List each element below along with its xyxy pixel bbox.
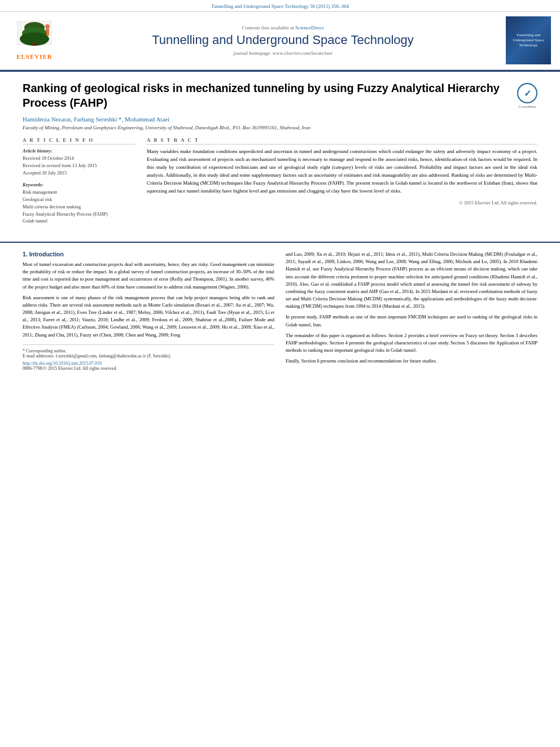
keywords-section: Keywords: Risk management Geological ris… — [23, 182, 135, 225]
article-header-area: ✓ CrossMark Ranking of geological risks … — [0, 72, 560, 234]
doi-link[interactable]: http://dx.doi.org/10.1016/j.tust.2015.07… — [23, 361, 274, 366]
journal-center: Contents lists available at ScienceDirec… — [60, 25, 506, 55]
footnote-area: * Corresponding author. E-mail addresses… — [23, 344, 274, 359]
keyword-3: Multi criteria decision making — [23, 203, 135, 211]
keywords-label: Keywords: — [23, 182, 135, 187]
body-right-para1: and Luo, 2009; Xu et al., 2010; Hejazi e… — [286, 251, 537, 310]
body-left-col: 1. Introduction Most of tunnel excavatio… — [23, 251, 274, 373]
elsevier-tree-icon — [15, 21, 54, 52]
article-info-abstract: A R T I C L E I N F O Article history: R… — [23, 137, 537, 225]
crossmark-icon: ✓ — [517, 83, 537, 103]
doi-area: http://dx.doi.org/10.1016/j.tust.2015.07… — [23, 359, 274, 373]
svg-rect-4 — [32, 42, 37, 46]
copyright-line: © 2015 Elsevier Ltd. All rights reserved… — [147, 200, 537, 206]
keyword-1: Risk management — [23, 189, 135, 196]
email-note: E-mail addresses: f.sereshki@gmail.com, … — [23, 353, 274, 359]
elsevier-brand: ELSEVIER — [16, 53, 53, 60]
journal-reference-bar: Tunnelling and Underground Space Technol… — [0, 0, 560, 12]
body-left-para1: Most of tunnel excavation and constructi… — [23, 261, 274, 291]
section-divider — [0, 242, 560, 243]
article-title: Ranking of geological risks in mechanize… — [23, 81, 537, 110]
body-right-col: and Luo, 2009; Xu et al., 2010; Hejazi e… — [286, 251, 537, 373]
svg-rect-6 — [46, 29, 49, 36]
body-right-para2: In present study, FAHP methods as one of… — [286, 313, 537, 328]
article-info-heading: A R T I C L E I N F O — [23, 137, 135, 145]
body-right-para4: Finally, Section 6 presents conclusion a… — [286, 357, 537, 365]
accepted-date: Accepted 20 July 2015 — [23, 169, 135, 177]
sciencedirect-label: Contents lists available at ScienceDirec… — [60, 25, 506, 30]
journal-homepage: journal homepage: www.elsevier.com/locat… — [60, 50, 506, 56]
article-info-col: A R T I C L E I N F O Article history: R… — [23, 137, 135, 225]
email-label: E-mail addresses: — [23, 353, 55, 359]
keyword-4: Fuzzy Analytical Hierarchy Process (FAHP… — [23, 211, 135, 218]
authors-line: Hamidreza Nezarat, Farhang Sereshki *, M… — [23, 116, 537, 123]
body-right-para3: The remainder of this paper is organized… — [286, 332, 537, 355]
svg-point-5 — [45, 24, 50, 29]
crossmark-label: CrossMark — [517, 104, 537, 109]
affiliation-text: Faculty of Mining, Petroleum and Geophys… — [23, 125, 537, 130]
journal-header: ELSEVIER Contents lists available at Sci… — [0, 12, 560, 70]
abstract-heading: A B S T R A C T — [147, 137, 537, 145]
abstract-col: A B S T R A C T Many variables make foun… — [147, 137, 537, 225]
section1-title: 1. Introduction — [23, 251, 274, 257]
history-label: Article history: — [23, 148, 135, 154]
journal-title: Tunnelling and Underground Space Technol… — [60, 33, 506, 47]
journal-cover-image: Tunnelling and Underground Space Technol… — [506, 16, 551, 64]
sciencedirect-link[interactable]: ScienceDirect — [295, 25, 323, 30]
main-body: 1. Introduction Most of tunnel excavatio… — [0, 251, 560, 382]
body-left-para2: Risk assessment is one of many phases of… — [23, 294, 274, 339]
journal-reference-text: Tunnelling and Underground Space Technol… — [211, 3, 349, 9]
keyword-2: Geological risk — [23, 196, 135, 203]
revised-date: Received in revised form 13 July 2015 — [23, 162, 135, 169]
issn-text: 0886-7798/© 2015 Elsevier Ltd. All right… — [23, 366, 274, 371]
corresponding-author-note: * Corresponding author. — [23, 348, 274, 353]
crossmark-badge: ✓ CrossMark — [517, 83, 537, 109]
elsevier-logo: ELSEVIER — [9, 21, 60, 60]
abstract-text: Many variables make foundation condition… — [147, 148, 537, 195]
email-addresses: f.sereshki@gmail.com, farhang@shahroodut… — [56, 353, 171, 359]
received-date: Received 18 October 2014 — [23, 155, 135, 162]
keyword-5: Golab tunnel — [23, 217, 135, 225]
article-title-block: ✓ CrossMark Ranking of geological risks … — [23, 81, 537, 110]
